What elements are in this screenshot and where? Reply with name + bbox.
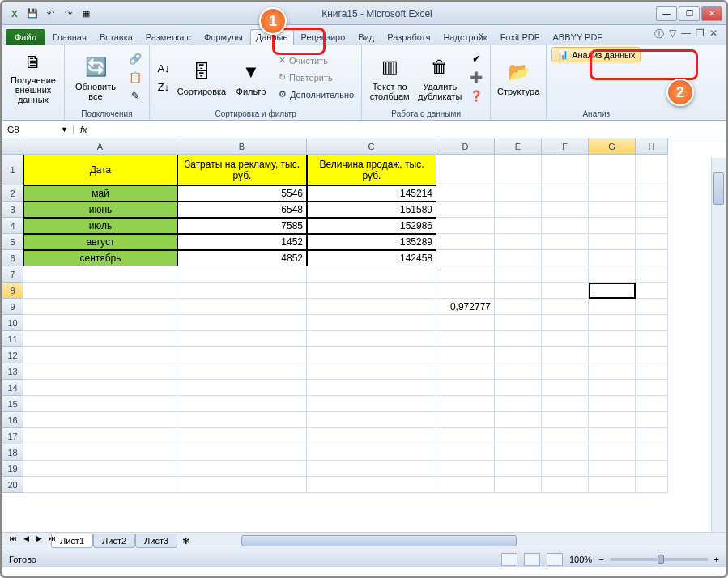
cell-C16[interactable]	[307, 412, 436, 428]
cell-G10[interactable]	[589, 315, 636, 331]
cell-F11[interactable]	[542, 331, 589, 347]
row-header-8[interactable]: 8	[2, 283, 23, 299]
cell-F9[interactable]	[542, 299, 589, 315]
cell-E16[interactable]	[495, 412, 542, 428]
cell-E2[interactable]	[495, 185, 542, 202]
clear-filter-button[interactable]: ✕Очистить	[276, 53, 356, 69]
filter-button[interactable]: ▼ Фильтр	[231, 51, 271, 104]
cell-E7[interactable]	[495, 266, 542, 283]
row-header-16[interactable]: 16	[2, 412, 23, 428]
cell-C13[interactable]	[307, 363, 436, 380]
cell-H12[interactable]	[636, 347, 668, 363]
cell-D12[interactable]	[436, 347, 495, 363]
cell-D10[interactable]	[436, 315, 495, 331]
cell-C8[interactable]	[307, 283, 436, 299]
select-all-corner[interactable]	[2, 138, 23, 155]
cell-G16[interactable]	[589, 412, 636, 428]
row-header-18[interactable]: 18	[2, 444, 23, 461]
cell-E10[interactable]	[495, 315, 542, 331]
cell-A8[interactable]	[23, 283, 177, 299]
cell-C9[interactable]	[307, 299, 436, 315]
cell-H17[interactable]	[636, 428, 668, 444]
tab-insert[interactable]: Вставка	[94, 29, 138, 45]
cell-A12[interactable]	[23, 347, 177, 363]
row-header-17[interactable]: 17	[2, 428, 23, 444]
cell-H14[interactable]	[636, 380, 668, 396]
sheet-tab-3[interactable]: Лист3	[135, 534, 177, 548]
extra-value-cell[interactable]: 0,972777	[436, 299, 495, 315]
cells-container[interactable]: ДатаЗатраты на рекламу, тыс. руб.Величин…	[23, 155, 726, 532]
cell-G3[interactable]	[589, 202, 636, 218]
zoom-in-icon[interactable]: +	[714, 555, 719, 564]
cell-F1[interactable]	[542, 155, 589, 185]
view-normal-icon[interactable]	[501, 553, 517, 566]
cell-E19[interactable]	[495, 461, 542, 477]
data-validation-icon[interactable]: ✔	[467, 50, 485, 68]
fx-icon[interactable]: fx	[74, 125, 94, 134]
data-analysis-button[interactable]: 📊 Анализ данных	[551, 47, 641, 62]
sort-button[interactable]: 🗄 Сортировка	[177, 51, 226, 104]
cell-H15[interactable]	[636, 396, 668, 412]
cell-G1[interactable]	[589, 155, 636, 185]
reapply-button[interactable]: ↻Повторить	[276, 70, 356, 86]
date-cell-r3[interactable]: июнь	[23, 202, 177, 218]
cell-A20[interactable]	[23, 477, 177, 493]
tab-developer[interactable]: Разработч	[381, 29, 436, 45]
tab-view[interactable]: Вид	[352, 29, 380, 45]
cell-D14[interactable]	[436, 380, 495, 396]
tab-review[interactable]: Рецензиро	[296, 29, 351, 45]
cost-cell-r6[interactable]: 4852	[177, 250, 307, 266]
cell-A10[interactable]	[23, 315, 177, 331]
remove-duplicates-button[interactable]: 🗑 Удалить дубликаты	[417, 51, 462, 104]
horizontal-scrollbar[interactable]	[227, 533, 726, 550]
cell-F20[interactable]	[542, 477, 589, 493]
row-header-1[interactable]: 1	[2, 155, 23, 185]
cell-E13[interactable]	[495, 363, 542, 380]
sales-cell-r5[interactable]: 135289	[307, 234, 436, 250]
cell-C14[interactable]	[307, 380, 436, 396]
cell-G11[interactable]	[589, 331, 636, 347]
cell-F4[interactable]	[542, 218, 589, 234]
cell-F10[interactable]	[542, 315, 589, 331]
get-external-data-button[interactable]: 🗎 Получение внешних данных	[7, 51, 59, 104]
cell-E9[interactable]	[495, 299, 542, 315]
cell-A9[interactable]	[23, 299, 177, 315]
cell-D11[interactable]	[436, 331, 495, 347]
cell-H8[interactable]	[636, 283, 668, 299]
customize-icon[interactable]: ▦	[79, 6, 93, 21]
cell-D7[interactable]	[436, 266, 495, 283]
save-icon[interactable]: 💾	[25, 6, 40, 21]
cell-E17[interactable]	[495, 428, 542, 444]
date-cell-r5[interactable]: август	[23, 234, 177, 250]
cell-C20[interactable]	[307, 477, 436, 493]
row-header-12[interactable]: 12	[2, 347, 23, 363]
cell-D1[interactable]	[436, 155, 495, 185]
doc-min-icon[interactable]: —	[681, 28, 691, 39]
cell-A16[interactable]	[23, 412, 177, 428]
cell-F8[interactable]	[542, 283, 589, 299]
cell-D6[interactable]	[436, 250, 495, 266]
cell-F12[interactable]	[542, 347, 589, 363]
cell-H16[interactable]	[636, 412, 668, 428]
cell-B9[interactable]	[177, 299, 307, 315]
cell-H18[interactable]	[636, 444, 668, 461]
cell-H20[interactable]	[636, 477, 668, 493]
cell-C19[interactable]	[307, 461, 436, 477]
cell-B14[interactable]	[177, 380, 307, 396]
cell-E6[interactable]	[495, 250, 542, 266]
view-break-icon[interactable]	[547, 553, 563, 566]
cell-H9[interactable]	[636, 299, 668, 315]
cell-D19[interactable]	[436, 461, 495, 477]
cost-cell-r4[interactable]: 7585	[177, 218, 307, 234]
tab-addins[interactable]: Надстройк	[437, 29, 492, 45]
cell-B7[interactable]	[177, 266, 307, 283]
cell-G5[interactable]	[589, 234, 636, 250]
cell-D3[interactable]	[436, 202, 495, 218]
cell-F19[interactable]	[542, 461, 589, 477]
zoom-level[interactable]: 100%	[569, 555, 592, 564]
sort-desc-icon[interactable]: Z↓	[155, 78, 172, 96]
col-header-F[interactable]: F	[542, 138, 589, 155]
cell-D17[interactable]	[436, 428, 495, 444]
hscroll-thumb[interactable]	[241, 535, 517, 546]
sheet-first-icon[interactable]: ⏮	[7, 533, 19, 544]
